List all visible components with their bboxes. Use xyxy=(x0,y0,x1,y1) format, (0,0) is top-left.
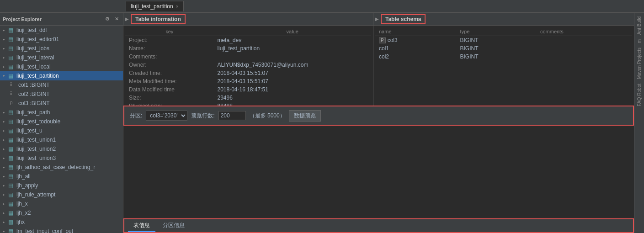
tree-item[interactable]: ▸▤liuji_test_u xyxy=(0,126,123,135)
table-schema-header: ▶ Table schema xyxy=(373,13,634,26)
tree-item[interactable]: ▸▤ljhx xyxy=(0,217,123,227)
tree-item-label: liuji_test_partition xyxy=(16,73,59,79)
maven-icon[interactable]: m xyxy=(636,37,643,45)
tree-item[interactable]: ▸▤ljh_adhoc_ast_case_detecting_r xyxy=(0,163,123,172)
schema-name: col2 xyxy=(375,53,457,61)
info-key: Meta Modified time: xyxy=(125,77,213,85)
tree-item[interactable]: ▸▤liuji_test_union3 xyxy=(0,154,123,163)
info-value: 88488 xyxy=(213,102,371,106)
collapse-arrow-icon: ▸ xyxy=(3,220,8,224)
tree-item-label: liuji_test_path xyxy=(16,109,50,116)
close-sidebar-icon[interactable]: ✕ xyxy=(113,16,120,23)
tree-item-label: liuji_test_jobs xyxy=(16,45,49,52)
table-icon: ▤ xyxy=(8,109,15,116)
tree-item[interactable]: ▸▤liuji_test_jobs xyxy=(0,44,123,53)
info-key: Size: xyxy=(125,94,213,102)
tree-item[interactable]: ▸▤liuji_test_ddl xyxy=(0,26,123,35)
col-value-header: value xyxy=(213,27,371,36)
info-key: Data Modified time xyxy=(125,85,213,94)
tab-close-button[interactable]: × xyxy=(176,4,179,9)
maven-projects-panel-item[interactable]: Maven Projects xyxy=(636,46,643,81)
tree-item[interactable]: ⅱcol1 :BIGINT xyxy=(0,80,123,90)
tree-item-label: liuji_test_todouble xyxy=(16,118,60,125)
table-icon: ▤ xyxy=(8,127,15,134)
info-value: ALIYUN$dxp_74530071@aliyun.com xyxy=(213,61,371,69)
rows-input[interactable] xyxy=(218,111,246,120)
schema-name: Pcol3 xyxy=(375,36,457,45)
schema-type: BIGINT xyxy=(457,36,537,45)
tree-item[interactable]: ▸▤liuji_test_todouble xyxy=(0,117,123,126)
collapse-arrow-icon: ▸ xyxy=(3,110,8,115)
right-side-panel: Ant Build m Maven Projects FAQ Robot xyxy=(634,13,644,233)
tree-item-label: col2 :BIGINT xyxy=(18,91,50,97)
tree-item[interactable]: ▸▤ljh_all xyxy=(0,172,123,181)
empty-middle-area xyxy=(123,126,634,218)
schema-col-header: name xyxy=(375,27,457,36)
panel-arrow-icon: ▶ xyxy=(123,16,131,21)
table-schema-panel: ▶ Table schema nametypecomments Pcol3 BI… xyxy=(373,13,634,106)
tree-item[interactable]: ▸▤liuji_test_union2 xyxy=(0,144,123,154)
table-row: Name:liuji_test_partition xyxy=(125,44,371,53)
tree-item[interactable]: ▸▤lm_test_input_conf_out xyxy=(0,227,123,233)
tree-item-label: lm_test_input_conf_out xyxy=(16,228,73,233)
tree-item[interactable]: ▸▤liuji_test_lateral xyxy=(0,53,123,62)
preview-button[interactable]: 数据预览 xyxy=(289,110,321,122)
tree-item-label: ljhx xyxy=(16,219,25,225)
bottom-tab-bar: 表信息 分区信息 xyxy=(123,218,634,233)
collapse-arrow-icon: ▸ xyxy=(3,28,8,32)
main-tab[interactable]: liuji_test_partition × xyxy=(126,1,184,11)
collapse-arrow-icon: ▸ xyxy=(3,37,8,42)
schema-row: col2 BIGINT xyxy=(375,53,632,61)
tree-item[interactable]: ▾▤liuji_test_partition xyxy=(0,71,123,80)
tree-item[interactable]: ▸▤ljh_rule_attempt xyxy=(0,190,123,199)
table-row: Created time:2018-04-03 15:51:07 xyxy=(125,69,371,77)
sidebar-title: Project Explorer xyxy=(3,16,102,22)
bottom-tab-partition-info[interactable]: 分区信息 xyxy=(157,220,190,232)
table-icon: ▤ xyxy=(8,210,15,216)
tree-item[interactable]: ▸▤liuji_test_local xyxy=(0,62,123,71)
faq-robot-panel-item[interactable]: FAQ Robot xyxy=(636,82,643,108)
tree-item[interactable]: ⅱcol2 :BIGINT xyxy=(0,90,123,99)
table-row: Comments: xyxy=(125,53,371,61)
tree-item-label: liuji_test_lateral xyxy=(16,54,54,61)
ant-build-panel-item[interactable]: Ant Build xyxy=(636,15,643,37)
table-info-title: Table information xyxy=(131,14,186,24)
table-info-panel: ▶ Table information key value Project:me… xyxy=(123,13,373,106)
tree-item[interactable]: pcol3 :BIGINT xyxy=(0,99,123,108)
collapse-arrow-icon: ▸ xyxy=(3,201,8,206)
tree-item-label: ljh_x xyxy=(16,201,28,207)
tree-item[interactable]: ▸▤liuji_test_union1 xyxy=(0,135,123,144)
table-icon: ▤ xyxy=(8,191,15,198)
tree-item[interactable]: ▸▤ljh_x xyxy=(0,199,123,208)
info-key: Owner: xyxy=(125,61,213,69)
table-icon: ▤ xyxy=(8,146,15,152)
collapse-arrow-icon: ▸ xyxy=(3,174,8,179)
tree-item[interactable]: ▸▤liuji_test_editor01 xyxy=(0,35,123,44)
tree-item-label: ljh_rule_attempt xyxy=(16,191,55,198)
tree-item[interactable]: ▸▤ljh_apply xyxy=(0,181,123,190)
tree-item-label: liuji_test_union1 xyxy=(16,137,56,143)
collapse-arrow-icon: ▸ xyxy=(3,229,8,233)
table-row: Project:meta_dev xyxy=(125,36,371,45)
settings-icon[interactable]: ⚙ xyxy=(104,16,111,23)
table-icon: ▤ xyxy=(8,73,15,79)
table-icon: ▤ xyxy=(8,164,15,170)
info-key: Comments: xyxy=(125,53,213,61)
tree-item[interactable]: ▸▤ljh_x2 xyxy=(0,208,123,217)
table-schema-title: Table schema xyxy=(381,14,426,24)
info-value: 2018-04-03 15:51:07 xyxy=(213,77,371,85)
table-row: Meta Modified time:2018-04-03 15:51:07 xyxy=(125,77,371,85)
bottom-tab-table-info[interactable]: 表信息 xyxy=(128,220,155,232)
schema-comments xyxy=(537,36,632,45)
info-value: liuji_test_partition xyxy=(213,44,371,53)
schema-name: col1 xyxy=(375,44,457,53)
tree-item-label: ljh_all xyxy=(16,173,31,180)
project-explorer-sidebar: Project Explorer ⚙ ✕ ▸▤liuji_test_ddl▸▤l… xyxy=(0,13,123,233)
tree-item[interactable]: ▸▤liuji_test_path xyxy=(0,108,123,117)
info-key: Name: xyxy=(125,44,213,53)
partition-select[interactable]: col3='2030' xyxy=(146,111,187,121)
schema-comments xyxy=(537,53,632,61)
collapse-arrow-icon: ▸ xyxy=(3,183,8,188)
schema-col-header: type xyxy=(457,27,537,36)
table-info-content: key value Project:meta_devName:liuji_tes… xyxy=(123,26,373,106)
